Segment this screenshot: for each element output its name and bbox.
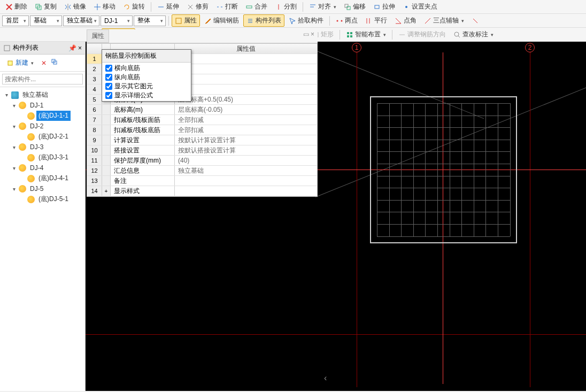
property-value[interactable] — [175, 84, 317, 94]
floor-combo[interactable]: 首层 — [2, 16, 29, 26]
property-value[interactable] — [175, 176, 317, 186]
pick-member-button[interactable]: 拾取构件 — [286, 14, 327, 27]
panel-tool-x[interactable]: ✕ — [41, 59, 47, 67]
property-value[interactable]: 层底标高+0.5(0.45) — [175, 95, 317, 104]
tree-dj3-1[interactable]: (底)DJ-3-1 — [2, 152, 83, 163]
trim-icon — [187, 3, 194, 11]
tree-dj3[interactable]: ▾DJ-3 — [2, 142, 83, 152]
property-name: 扣减板/筏板底筋 — [111, 125, 175, 135]
member-icon — [27, 112, 35, 120]
panel-tool-copy[interactable] — [51, 58, 58, 67]
offset-button[interactable]: 偏移 — [341, 1, 369, 13]
footing-rebar-grid: document.write(Array.from({length:12},(_… — [377, 103, 510, 236]
rebar-check-label: 横向底筋 — [114, 64, 140, 73]
two-point-button[interactable]: 两点 — [333, 14, 361, 27]
property-name: 备注 — [111, 176, 175, 186]
move-icon — [94, 3, 101, 11]
panel-toolbar: 新建 ✕ — [0, 55, 85, 72]
property-row[interactable]: 14 + 显示样式 — [87, 186, 317, 196]
break-button[interactable]: 打断 — [213, 1, 241, 13]
subcategory-combo[interactable]: 独立基础 — [63, 16, 99, 26]
tree-dj1-1[interactable]: (底)DJ-1-1 — [2, 110, 83, 121]
search-input[interactable] — [2, 74, 83, 84]
svg-rect-15 — [176, 18, 181, 24]
new-button[interactable]: 新建 — [3, 57, 37, 69]
tree-dj2[interactable]: ▾DJ-2 — [2, 121, 83, 131]
property-row[interactable]: 10 搭接设置 按默认搭接设置计算 — [87, 145, 317, 156]
smart-layout-button[interactable]: 智能布置 — [343, 28, 389, 41]
rebar-dir-icon — [398, 31, 406, 39]
parallel-button[interactable]: 平行 — [362, 14, 390, 27]
property-value[interactable]: 层底标高(-0.05) — [175, 105, 317, 114]
edit-rebar-button[interactable]: 编辑钢筋 — [201, 14, 242, 27]
property-row[interactable]: 6 底标高(m) 层底标高(-0.05) — [87, 105, 317, 115]
rebar-popup-title: 钢筋显示控制面板 — [102, 50, 191, 63]
member-icon — [27, 196, 35, 203]
copy-button[interactable]: 复制 — [32, 1, 60, 13]
mirror-button[interactable]: 镜像 — [61, 1, 89, 13]
svg-rect-12 — [347, 6, 350, 10]
extend-button[interactable]: 延伸 — [154, 1, 182, 13]
move-button[interactable]: 移动 — [90, 1, 119, 13]
property-row[interactable]: 12 汇总信息 独立基础 — [87, 166, 317, 176]
property-row[interactable]: 13 备注 — [87, 176, 317, 186]
property-row[interactable]: 9 计算设置 按默认计算设置计算 — [87, 135, 317, 145]
tree-dj4[interactable]: ▾DJ-4 — [2, 163, 83, 173]
property-row[interactable]: 7 扣减板/筏板面筋 全部扣减 — [87, 115, 317, 125]
split-button[interactable]: 分割 — [272, 1, 300, 13]
property-value[interactable]: 独立基础 — [175, 166, 317, 175]
property-value[interactable] — [175, 74, 317, 84]
stretch-button[interactable]: 拉伸 — [370, 1, 398, 13]
rebar-check-item[interactable]: 显示其它图元 — [103, 82, 190, 91]
tree-root[interactable]: ▾独立基础 — [2, 89, 83, 101]
view-combo[interactable]: 整体 — [134, 16, 166, 26]
member-icon — [19, 102, 26, 109]
merge-button[interactable]: 合并 — [242, 1, 271, 13]
align-button[interactable]: 对齐 — [306, 1, 340, 13]
member-combo[interactable]: DJ-1 — [101, 16, 133, 26]
member-icon — [19, 185, 26, 193]
property-row[interactable]: 11 保护层厚度(mm) (40) — [87, 156, 317, 166]
member-list-button[interactable]: 构件列表 — [243, 14, 284, 27]
rebar-checkbox[interactable] — [105, 92, 112, 99]
rebar-checkbox[interactable] — [105, 83, 112, 90]
collapse-handle[interactable]: ‹ — [324, 373, 327, 383]
category-combo[interactable]: 基础 — [30, 16, 62, 26]
panel-icon — [3, 44, 11, 52]
property-value[interactable]: 全部扣减 — [175, 115, 317, 125]
property-value[interactable] — [175, 64, 317, 74]
point-angle-button[interactable]: 点角 — [391, 14, 420, 27]
svg-point-20 — [341, 20, 343, 21]
property-name: 汇总信息 — [111, 166, 175, 175]
more-icon — [472, 17, 479, 25]
rebar-check-item[interactable]: 横向底筋 — [103, 64, 190, 73]
tree-dj5-1[interactable]: (底)DJ-5-1 — [2, 194, 83, 205]
check-annot-button[interactable]: 查改标注 — [450, 28, 497, 41]
member-tree[interactable]: ▾独立基础 ▾DJ-1 (底)DJ-1-1 ▾DJ-2 (底)DJ-2-1 ▾D… — [0, 87, 85, 391]
more-axis-button[interactable] — [468, 16, 482, 26]
rebar-checkbox[interactable] — [105, 74, 112, 81]
property-tab[interactable]: 属性 — [87, 29, 109, 43]
three-aux-axis-button[interactable]: 三点辅轴 — [421, 14, 467, 27]
rebar-checkbox[interactable] — [105, 65, 112, 72]
tree-dj2-1[interactable]: (底)DJ-2-1 — [2, 131, 83, 142]
tree-dj4-1[interactable]: (底)DJ-4-1 — [2, 173, 83, 184]
tree-dj5[interactable]: ▾DJ-5 — [2, 184, 83, 194]
property-row[interactable]: 8 扣减板/筏板底筋 全部扣减 — [87, 125, 317, 135]
property-value[interactable]: 全部扣减 — [175, 125, 317, 135]
trim-button[interactable]: 修剪 — [183, 1, 212, 13]
rotate-button[interactable]: 旋转 — [120, 1, 148, 13]
rebar-check-item[interactable]: 纵向底筋 — [103, 73, 190, 82]
property-value[interactable]: (40) — [175, 156, 317, 165]
copy-icon — [35, 3, 42, 11]
property-close[interactable]: ▭ × — [300, 29, 318, 43]
property-button[interactable]: 属性 — [172, 14, 200, 27]
setgrip-button[interactable]: 设置夹点 — [399, 1, 441, 13]
rebar-check-item[interactable]: 显示详细公式 — [103, 91, 190, 100]
property-value[interactable]: 按默认搭接设置计算 — [175, 145, 317, 155]
property-value[interactable]: 按默认计算设置计算 — [175, 135, 317, 145]
property-value[interactable] — [175, 186, 317, 196]
property-value[interactable] — [175, 54, 317, 64]
tree-dj1[interactable]: ▾DJ-1 — [2, 101, 83, 110]
delete-button[interactable]: 删除 — [2, 1, 30, 13]
